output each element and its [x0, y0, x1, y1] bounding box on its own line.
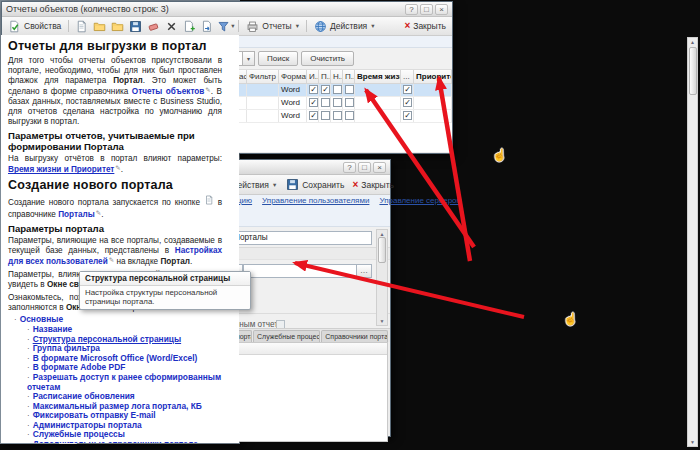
ellipsis-button[interactable]: …: [357, 264, 372, 278]
scrollbar-thumb[interactable]: [689, 47, 697, 95]
clear-button[interactable]: Очистить: [301, 51, 354, 66]
filter-cell: [247, 83, 279, 96]
reports-toolbar: Свойства ▾ Отчеты ▾ Действия ▾ × Закрыть: [2, 17, 452, 36]
bottom-tab[interactable]: Служебные процессы: [253, 330, 320, 342]
flag-checkbox[interactable]: [345, 111, 354, 120]
help-link[interactable]: Разрешать доступ к ранее сформированным …: [27, 372, 221, 392]
filter-icon: [217, 20, 230, 33]
actions-menu-button[interactable]: Действия ▾: [311, 19, 378, 34]
reports-menu-button[interactable]: Отчеты ▾: [243, 19, 302, 34]
format-cell: Word: [279, 96, 307, 109]
close-window-button[interactable]: ×: [373, 162, 386, 173]
filter-button[interactable]: ▾: [217, 18, 234, 34]
flag-checkbox[interactable]: ✓: [321, 85, 330, 94]
window-buttons: ?□×: [343, 162, 386, 173]
close-window-button[interactable]: ×: [435, 4, 448, 15]
help-link[interactable]: Дополнительные справочники портала: [33, 439, 198, 443]
help-button[interactable]: ?: [405, 4, 418, 15]
column-header[interactable]: П...: [319, 70, 331, 83]
bullet-icon: ·: [27, 411, 30, 420]
action-link[interactable]: Управление пользователями: [262, 196, 369, 205]
flag-checkbox[interactable]: [321, 98, 330, 107]
help-scrollbar[interactable]: ▲ ▼: [687, 37, 698, 447]
search-button[interactable]: Поиск: [258, 51, 298, 66]
help-link[interactable]: Структура персональной страницы: [33, 334, 181, 344]
close-button[interactable]: × Закрыть: [401, 20, 449, 32]
flag-cell: [331, 109, 343, 122]
scroll-down-icon[interactable]: ▼: [380, 318, 385, 324]
help-link[interactable]: Отчеты объектов: [132, 87, 205, 96]
extra-checkbox[interactable]: ✓: [403, 111, 412, 120]
extra-checkbox[interactable]: ✓: [403, 85, 412, 94]
doc-plus-button[interactable]: [181, 18, 198, 34]
delete-button[interactable]: [163, 18, 180, 34]
save-button[interactable]: [127, 18, 144, 34]
save-icon: [129, 20, 142, 33]
scroll-up-icon[interactable]: ▲: [690, 39, 695, 45]
name-input[interactable]: [230, 231, 372, 245]
help-link[interactable]: Группа фильтра: [33, 343, 100, 353]
flag-checkbox[interactable]: [321, 111, 330, 120]
open-folder-button[interactable]: [91, 18, 108, 34]
flag-checkbox[interactable]: ✓: [309, 98, 318, 107]
personal-page-input[interactable]: [243, 264, 357, 278]
help-link[interactable]: Название: [33, 324, 73, 334]
form-scrollbar[interactable]: ▲ ▼: [376, 229, 388, 326]
help-link[interactable]: Расписание обновления: [33, 391, 135, 401]
help-link[interactable]: Порталы: [58, 210, 95, 219]
flag-checkbox[interactable]: [345, 98, 354, 107]
flag-checkbox[interactable]: [333, 111, 342, 120]
help-panel: Справка × ◄ ► ↻ Отчеты для выгрузки в по…: [0, 0, 240, 444]
reports-window-title: Отчеты объектов (количество строк: 3): [6, 4, 169, 14]
help-link[interactable]: Администраторы портала: [33, 420, 142, 430]
column-header[interactable]: Н...: [331, 70, 343, 83]
search-dropdown-button[interactable]: ▾: [242, 51, 255, 66]
bullet-icon: ·: [27, 402, 30, 411]
help-link[interactable]: Фиксировать отправку E-mail: [33, 410, 156, 420]
scrollbar-thumb[interactable]: [378, 237, 386, 263]
reports-window-titlebar[interactable]: Отчеты объектов (количество строк: 3) ?□…: [2, 2, 452, 17]
flag-checkbox[interactable]: [333, 85, 342, 94]
flag-checkbox[interactable]: [345, 85, 354, 94]
doc-arrow-button[interactable]: [199, 18, 216, 34]
flag-cell: ✓: [307, 83, 319, 96]
flag-checkbox[interactable]: ✓: [309, 85, 318, 94]
column-header[interactable]: П...: [343, 70, 355, 83]
column-header[interactable]: Формат ш...: [279, 70, 307, 83]
action-link[interactable]: Управление сервером: [379, 196, 462, 205]
properties-button[interactable]: Свойства: [5, 19, 64, 34]
new-doc-button[interactable]: [73, 18, 90, 34]
flag-checkbox[interactable]: [333, 98, 342, 107]
maximize-button[interactable]: □: [358, 162, 371, 173]
column-header[interactable]: И...: [307, 70, 319, 83]
column-header[interactable]: Приоритет: [414, 70, 452, 83]
maximize-button[interactable]: □: [420, 4, 433, 15]
close-button[interactable]: × Закрыть: [349, 179, 397, 191]
help-link[interactable]: Служебные процессы: [33, 429, 125, 439]
save-button[interactable]: Сохранить: [283, 177, 347, 192]
extra-flag-cell: ✓: [401, 96, 414, 109]
extra-checkbox[interactable]: ✓: [403, 98, 412, 107]
scroll-down-icon[interactable]: ▼: [690, 439, 695, 445]
allow-access-checkbox[interactable]: [276, 320, 285, 328]
help-link[interactable]: Основные: [20, 314, 63, 324]
eraser-button[interactable]: [145, 18, 162, 34]
flag-checkbox[interactable]: ✓: [309, 111, 318, 120]
help-button[interactable]: ?: [343, 162, 356, 173]
column-header[interactable]: Время жизни: [355, 70, 401, 83]
help-link[interactable]: Время жизни и Приоритет: [8, 165, 114, 174]
export-folder-button[interactable]: [109, 18, 126, 34]
column-header[interactable]: Фильтр о...: [247, 70, 279, 83]
bullet-icon: ·: [14, 315, 17, 324]
help-link[interactable]: В формате Microsoft Office (Word/Excel): [33, 353, 198, 363]
help-link[interactable]: В формате Adobe PDF: [33, 362, 126, 372]
flag-cell: [343, 96, 355, 109]
bullet-icon: ·: [27, 325, 30, 334]
help-link[interactable]: Максимальный размер лога портала, КБ: [33, 401, 202, 411]
column-header[interactable]: ...: [401, 70, 414, 83]
help-list-item[interactable]: ·Дополнительные справочники портала: [27, 440, 222, 443]
help-link[interactable]: Настройках для всех пользователей: [8, 246, 222, 267]
help-list-item[interactable]: ·Разрешать доступ к ранее сформированным…: [27, 373, 222, 392]
bottom-tab[interactable]: Справочники портала: [321, 330, 388, 342]
bullet-icon: ·: [27, 430, 30, 439]
